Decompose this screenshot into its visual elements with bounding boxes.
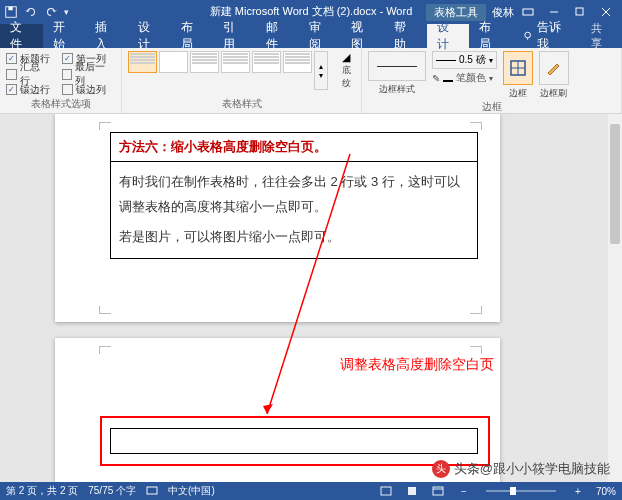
- status-bar: 第 2 页，共 2 页 75/75 个字 中文(中国) − + 70%: [0, 482, 622, 500]
- checkbox-banded-col[interactable]: [62, 84, 73, 95]
- svg-point-7: [525, 32, 531, 38]
- table-styles-more[interactable]: ▴▾: [314, 51, 328, 90]
- group-table-styles: ▴▾ ◢ 底纹 表格样式: [122, 48, 362, 113]
- tab-home[interactable]: 开始: [43, 24, 86, 48]
- group-label: 表格样式选项: [6, 97, 115, 112]
- checkbox-total-row[interactable]: [6, 69, 17, 80]
- zoom-out-icon[interactable]: −: [456, 484, 472, 498]
- ribbon: 标题行第一列 汇总行最后一列 镶边行镶边列 表格样式选项 ▴▾ ◢ 底纹 表格样…: [0, 48, 622, 114]
- tab-insert[interactable]: 插入: [85, 24, 128, 48]
- tab-help[interactable]: 帮助: [384, 24, 427, 48]
- borders-button[interactable]: [503, 51, 533, 85]
- tab-view[interactable]: 视图: [341, 24, 384, 48]
- view-web-icon[interactable]: [430, 484, 446, 498]
- document-canvas[interactable]: 方法六：缩小表格高度删除空白页。 有时我们在制作表格时，往往会多出 2 行或 3…: [0, 114, 622, 482]
- zoom-slider[interactable]: [486, 490, 556, 492]
- redo-icon[interactable]: [44, 5, 58, 19]
- checkbox-header-row[interactable]: [6, 53, 17, 64]
- group-label: 表格样式: [128, 97, 355, 112]
- contextual-tab-label: 表格工具: [426, 4, 486, 21]
- status-language[interactable]: 中文(中国): [168, 484, 215, 498]
- tell-me[interactable]: 告诉我: [512, 24, 581, 48]
- table-style-6[interactable]: [283, 51, 312, 73]
- tab-design[interactable]: 设计: [128, 24, 171, 48]
- border-painter-button[interactable]: [539, 51, 569, 85]
- table-style-3[interactable]: [190, 51, 219, 73]
- bucket-icon: ◢: [338, 51, 355, 64]
- bulb-icon: [522, 30, 533, 42]
- maximize-icon[interactable]: [568, 2, 592, 22]
- table-style-5[interactable]: [252, 51, 281, 73]
- tab-mailings[interactable]: 邮件: [256, 24, 299, 48]
- border-style-dropdown[interactable]: [368, 51, 426, 81]
- tab-table-layout[interactable]: 布局: [469, 24, 512, 48]
- document-title: 新建 Microsoft Word 文档 (2).docx - Word: [210, 5, 413, 17]
- qat-more-icon[interactable]: ▾: [64, 7, 69, 17]
- group-label: 边框: [368, 100, 615, 115]
- table-header-cell[interactable]: 方法六：缩小表格高度删除空白页。: [111, 133, 477, 162]
- table-style-1[interactable]: [128, 51, 157, 73]
- table-body-cell[interactable]: 有时我们在制作表格时，往往会多出 2 行或 3 行，这时可以调整表格的高度将其缩…: [111, 162, 477, 258]
- user-name[interactable]: 俊林: [492, 5, 514, 20]
- share-button[interactable]: 共享: [581, 24, 622, 48]
- tab-table-design[interactable]: 设计: [427, 24, 470, 48]
- checkbox-last-col[interactable]: [62, 69, 73, 80]
- checkbox-first-col[interactable]: [62, 53, 73, 64]
- status-words[interactable]: 75/75 个字: [88, 484, 136, 498]
- checkbox-banded-row[interactable]: [6, 84, 17, 95]
- svg-rect-2: [523, 9, 533, 15]
- border-weight-dropdown[interactable]: 0.5 磅▾: [432, 51, 497, 69]
- status-spelling-icon[interactable]: [146, 486, 158, 496]
- annotation-text: 调整表格高度删除空白页: [340, 356, 494, 374]
- tab-references[interactable]: 引用: [213, 24, 256, 48]
- svg-rect-17: [433, 487, 443, 495]
- close-icon[interactable]: [594, 2, 618, 22]
- pen-icon: ✎: [432, 73, 440, 84]
- status-page[interactable]: 第 2 页，共 2 页: [6, 484, 78, 498]
- tab-layout[interactable]: 布局: [171, 24, 214, 48]
- svg-rect-1: [8, 7, 12, 11]
- page-1: 方法六：缩小表格高度删除空白页。 有时我们在制作表格时，往往会多出 2 行或 3…: [55, 114, 500, 322]
- table-style-2[interactable]: [159, 51, 188, 73]
- scrollbar-thumb[interactable]: [610, 124, 620, 244]
- svg-rect-14: [147, 487, 157, 494]
- zoom-level[interactable]: 70%: [596, 486, 616, 497]
- ribbon-tabs: 文件 开始 插入 设计 布局 引用 邮件 审阅 视图 帮助 设计 布局 告诉我 …: [0, 24, 622, 48]
- tab-review[interactable]: 审阅: [299, 24, 342, 48]
- svg-rect-16: [408, 487, 416, 495]
- table-style-4[interactable]: [221, 51, 250, 73]
- view-print-icon[interactable]: [404, 484, 420, 498]
- tab-file[interactable]: 文件: [0, 24, 43, 48]
- content-table[interactable]: 方法六：缩小表格高度删除空白页。 有时我们在制作表格时，往往会多出 2 行或 3…: [110, 132, 478, 259]
- undo-icon[interactable]: [24, 5, 38, 19]
- view-read-icon[interactable]: [378, 484, 394, 498]
- empty-table-row[interactable]: [110, 428, 478, 454]
- vertical-scrollbar[interactable]: [608, 114, 622, 482]
- shading-button[interactable]: ◢ 底纹: [338, 51, 355, 90]
- group-borders: 边框样式 0.5 磅▾ ✎笔颜色▾ 边框 边框刷 边框: [362, 48, 622, 113]
- save-icon[interactable]: [4, 5, 18, 19]
- svg-rect-4: [576, 8, 583, 15]
- svg-rect-15: [381, 487, 391, 495]
- pen-color-dropdown[interactable]: ✎笔颜色▾: [432, 71, 497, 85]
- zoom-in-icon[interactable]: +: [570, 484, 586, 498]
- group-table-style-options: 标题行第一列 汇总行最后一列 镶边行镶边列 表格样式选项: [0, 48, 122, 113]
